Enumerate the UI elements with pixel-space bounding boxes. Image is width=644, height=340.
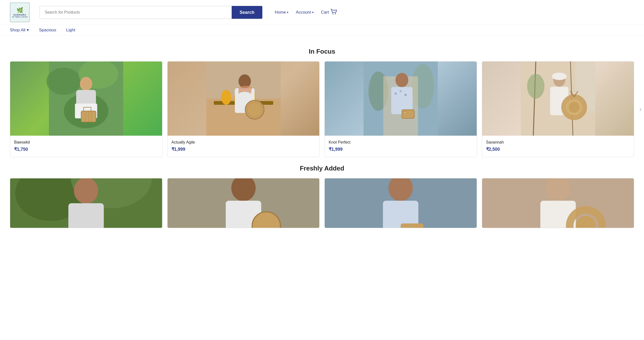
svg-point-34 bbox=[404, 94, 407, 96]
in-focus-product-row: Bawsekit ₹1,750 bbox=[10, 61, 634, 157]
logo-area[interactable]: 🌿 SAKHURA OF FIBER & WOOD bbox=[10, 2, 30, 22]
in-focus-title: In Focus bbox=[10, 48, 634, 55]
svg-point-0 bbox=[332, 13, 334, 14]
product-info-savannah: Savannah ₹2,500 bbox=[482, 136, 634, 157]
product-info-knot-perfect: Knot Perfect ₹1,999 bbox=[325, 136, 477, 157]
svg-point-1 bbox=[335, 13, 336, 14]
cart-label: Cart bbox=[321, 10, 329, 15]
fresh-card-2[interactable] bbox=[167, 178, 320, 228]
product-image-knot-perfect bbox=[325, 61, 477, 136]
svg-point-41 bbox=[527, 74, 544, 99]
search-input[interactable] bbox=[40, 6, 232, 19]
nav-spacious[interactable]: Spacious bbox=[39, 28, 56, 33]
account-nav-item[interactable]: Account ▾ bbox=[296, 10, 313, 15]
shop-all-chevron-icon: ▾ bbox=[27, 27, 29, 33]
product-price-savannah: ₹2,500 bbox=[486, 147, 630, 152]
svg-point-30 bbox=[396, 73, 408, 87]
product-name-savannah: Savannah bbox=[486, 140, 630, 145]
search-area: Search bbox=[40, 6, 262, 19]
product-image-actually-agile bbox=[168, 61, 320, 136]
account-label: Account bbox=[296, 10, 311, 15]
freshly-added-row bbox=[10, 178, 634, 228]
logo-name: SAKHURA bbox=[13, 13, 26, 16]
product-price-actually-agile: ₹1,999 bbox=[172, 147, 316, 152]
freshly-added-title: Freshly Added bbox=[10, 165, 634, 172]
home-label: Home bbox=[275, 10, 286, 15]
svg-rect-35 bbox=[402, 110, 414, 118]
site-header: 🌿 SAKHURA OF FIBER & WOOD Search Home ▾ … bbox=[0, 0, 644, 25]
svg-point-6 bbox=[80, 77, 92, 91]
svg-point-3 bbox=[46, 68, 81, 95]
category-nav: Shop All ▾ Spacious Light bbox=[0, 25, 644, 35]
fresh-image-4 bbox=[482, 178, 634, 228]
svg-rect-55 bbox=[68, 203, 104, 228]
product-image-savannah bbox=[482, 61, 634, 136]
fresh-card-4[interactable] bbox=[482, 178, 634, 228]
svg-point-24 bbox=[245, 100, 264, 119]
svg-point-19 bbox=[221, 90, 231, 105]
nav-light[interactable]: Light bbox=[66, 28, 75, 33]
product-card-knot-perfect[interactable]: Knot Perfect ₹1,999 bbox=[324, 61, 477, 157]
nav-shop-all[interactable]: Shop All ▾ bbox=[10, 27, 29, 33]
carousel-next-button[interactable]: › bbox=[639, 105, 642, 113]
light-label: Light bbox=[66, 28, 75, 33]
search-button[interactable]: Search bbox=[232, 6, 262, 19]
product-image-bawsekit bbox=[10, 61, 162, 136]
svg-point-32 bbox=[394, 92, 397, 95]
home-chevron-icon: ▾ bbox=[287, 11, 288, 14]
fresh-card-1[interactable] bbox=[10, 178, 162, 228]
spacious-label: Spacious bbox=[39, 28, 56, 33]
fresh-image-1 bbox=[10, 178, 162, 228]
fresh-image-2 bbox=[168, 178, 320, 228]
svg-point-47 bbox=[568, 102, 580, 113]
header-nav: Home ▾ Account ▾ Cart bbox=[275, 9, 337, 16]
svg-point-50 bbox=[552, 73, 566, 80]
product-price-bawsekit: ₹1,750 bbox=[14, 147, 158, 152]
fresh-card-3[interactable] bbox=[324, 178, 477, 228]
svg-rect-63 bbox=[401, 223, 424, 228]
logo-icon: 🌿 bbox=[16, 7, 23, 13]
product-card-savannah[interactable]: Savannah ₹2,500 bbox=[482, 61, 634, 157]
product-price-knot-perfect: ₹1,999 bbox=[329, 147, 473, 152]
main-content: In Focus bbox=[0, 35, 644, 238]
product-name-actually-agile: Actually Agile bbox=[172, 140, 316, 145]
cart-nav-item[interactable]: Cart bbox=[321, 9, 337, 16]
product-name-knot-perfect: Knot Perfect bbox=[329, 140, 473, 145]
account-chevron-icon: ▾ bbox=[312, 11, 314, 14]
product-info-bawsekit: Bawsekit ₹1,750 bbox=[10, 136, 162, 157]
logo[interactable]: 🌿 SAKHURA OF FIBER & WOOD bbox=[10, 2, 30, 22]
shop-all-label: Shop All bbox=[10, 28, 25, 33]
svg-point-54 bbox=[74, 178, 98, 204]
fresh-image-3 bbox=[325, 178, 477, 228]
svg-point-36 bbox=[403, 111, 407, 114]
svg-point-33 bbox=[400, 90, 402, 92]
logo-sub: OF FIBER & WOOD bbox=[12, 16, 28, 18]
product-card-bawsekit[interactable]: Bawsekit ₹1,750 bbox=[10, 61, 162, 157]
cart-icon bbox=[330, 9, 337, 16]
product-name-bawsekit: Bawsekit bbox=[14, 140, 158, 145]
product-info-actually-agile: Actually Agile ₹1,999 bbox=[168, 136, 320, 157]
product-card-actually-agile[interactable]: Actually Agile ₹1,999 bbox=[167, 61, 320, 157]
home-nav-item[interactable]: Home ▾ bbox=[275, 10, 288, 15]
